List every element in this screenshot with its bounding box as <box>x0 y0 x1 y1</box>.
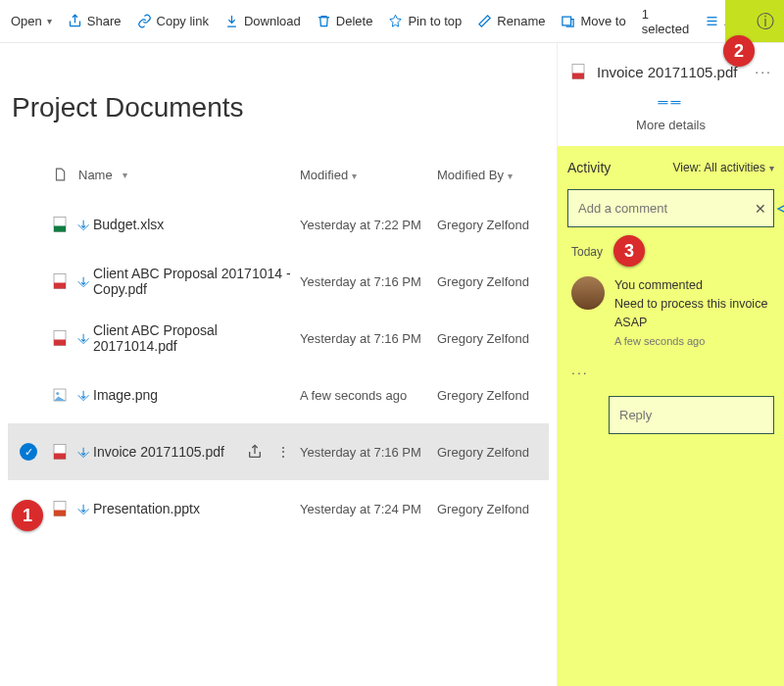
rename-button[interactable]: Rename <box>470 10 552 32</box>
row-more-button[interactable]: ⋮ <box>276 444 290 460</box>
file-name[interactable]: Presentation.pptx <box>93 501 200 516</box>
file-type-icon <box>45 270 74 292</box>
new-indicator-icon: ⇲ <box>75 387 91 403</box>
pdf-icon <box>569 61 587 82</box>
link-icon <box>137 14 152 28</box>
modified-column-header[interactable]: Modified▾ <box>300 168 437 182</box>
more-actions-button[interactable]: ··· <box>755 64 772 79</box>
selection-count: 1 selected <box>635 3 696 40</box>
copylink-button[interactable]: Copy link <box>130 10 216 32</box>
callout-1: 1 <box>12 500 43 531</box>
file-row[interactable]: ⇲Image.png⋮A few seconds agoGregory Zelf… <box>8 367 549 423</box>
file-modified: Yesterday at 7:16 PM <box>300 274 437 289</box>
svg-rect-17 <box>572 74 584 79</box>
open-label: Open <box>11 14 42 28</box>
file-modified: Yesterday at 7:22 PM <box>300 218 437 232</box>
file-row[interactable]: ⇲Client ABC Proposal 20171014.pdf⋮Yester… <box>8 310 549 367</box>
file-name[interactable]: Budget.xlsx <box>93 217 164 232</box>
selected-check-icon[interactable]: ✓ <box>20 443 37 461</box>
more-activity-button[interactable]: ··· <box>571 365 770 380</box>
modifiedby-column-header[interactable]: Modified By▾ <box>437 168 545 182</box>
new-indicator-icon: ⇲ <box>75 217 91 232</box>
svg-rect-9 <box>54 340 66 346</box>
file-row[interactable]: ⇲Client ABC Proposal 20171014 - Copy.pdf… <box>8 253 549 310</box>
comment-input[interactable] <box>576 200 745 217</box>
chevron-down-icon: ▾ <box>122 170 127 180</box>
file-row[interactable]: ⇲Budget.xlsx⋮Yesterday at 7:22 PMGregory… <box>8 196 549 253</box>
file-modified-by: Gregory Zelfond <box>437 445 545 460</box>
file-type-icon <box>45 384 74 406</box>
resize-handle[interactable]: ══ <box>558 90 784 114</box>
trash-icon <box>317 14 331 28</box>
new-indicator-icon: ⇲ <box>75 330 91 346</box>
chevron-down-icon: ▾ <box>47 16 52 26</box>
activity-text: Need to process this invoice ASAP <box>614 295 770 332</box>
activity-time: A few seconds ago <box>614 335 770 347</box>
download-button[interactable]: Download <box>218 10 308 32</box>
file-type-icon <box>45 441 74 463</box>
file-type-icon <box>45 498 74 519</box>
svg-rect-0 <box>563 17 571 25</box>
clear-comment-button[interactable]: ✕ <box>751 201 770 217</box>
delete-button[interactable]: Delete <box>310 10 380 32</box>
callout-3: 3 <box>613 235 645 267</box>
reply-input[interactable] <box>617 407 784 423</box>
chevron-down-icon: ▾ <box>769 163 774 173</box>
list-icon <box>705 14 719 28</box>
document-list-pane: Project Documents Name▾ Modified▾ Modifi… <box>0 43 557 686</box>
activity-view-filter[interactable]: View: All activities ▾ <box>673 161 774 174</box>
moveto-label: Move to <box>580 14 625 28</box>
svg-rect-13 <box>54 454 66 460</box>
pin-label: Pin to top <box>408 14 462 28</box>
copylink-label: Copy link <box>157 14 209 28</box>
chevron-down-icon: ▾ <box>508 171 513 181</box>
file-modified-by: Gregory Zelfond <box>437 218 545 232</box>
details-pane: Invoice 20171105.pdf ··· ══ More details… <box>557 43 784 686</box>
file-name[interactable]: Image.png <box>93 387 158 403</box>
delete-label: Delete <box>336 14 373 28</box>
file-type-icon <box>45 327 74 349</box>
open-button[interactable]: Open ▾ <box>4 10 59 32</box>
info-icon[interactable]: ⓘ <box>757 10 774 33</box>
moveto-icon <box>561 14 575 28</box>
command-bar: Open ▾ Share Copy link Download Delete P… <box>0 0 784 43</box>
share-label: Share <box>87 14 122 28</box>
rename-label: Rename <box>497 14 545 28</box>
file-row[interactable]: ✓⇲Invoice 20171105.pdf⋮Yesterday at 7:16… <box>8 423 549 480</box>
moveto-button[interactable]: Move to <box>554 10 632 32</box>
file-name[interactable]: Client ABC Proposal 20171014.pdf <box>93 322 300 354</box>
rename-icon <box>477 14 492 28</box>
activity-entry: You commented Need to process this invoi… <box>567 269 774 355</box>
new-indicator-icon: ⇲ <box>75 273 91 289</box>
file-modified-by: Gregory Zelfond <box>437 388 545 403</box>
activity-action: You commented <box>614 276 770 295</box>
pin-icon <box>388 14 403 28</box>
name-column-header[interactable]: Name▾ <box>74 168 300 182</box>
share-icon <box>68 14 82 28</box>
file-modified: Yesterday at 7:16 PM <box>300 331 437 346</box>
share-button[interactable]: Share <box>61 10 128 32</box>
new-indicator-icon: ⇲ <box>75 501 91 516</box>
send-comment-button[interactable] <box>776 201 784 217</box>
file-name[interactable]: Client ABC Proposal 20171014 - Copy.pdf <box>93 266 300 297</box>
file-modified: A few seconds ago <box>300 388 437 403</box>
activity-panel: Activity View: All activities ▾ ✕ Today … <box>558 146 784 686</box>
callout-2: 2 <box>723 35 755 67</box>
download-icon <box>224 14 239 28</box>
chevron-down-icon: ▾ <box>352 171 357 181</box>
share-row-button[interactable] <box>247 444 263 460</box>
column-headers: Name▾ Modified▾ Modified By▾ <box>8 153 549 196</box>
new-indicator-icon: ⇲ <box>75 444 91 460</box>
file-modified-by: Gregory Zelfond <box>437 274 545 289</box>
library-title: Project Documents <box>12 92 549 123</box>
filetype-column-header[interactable] <box>45 166 74 183</box>
download-label: Download <box>244 14 301 28</box>
file-name[interactable]: Invoice 20171105.pdf <box>93 444 224 460</box>
file-type-icon <box>45 214 74 235</box>
more-details-link[interactable]: More details <box>558 114 784 146</box>
pin-button[interactable]: Pin to top <box>381 10 468 32</box>
comment-input-box: ✕ <box>567 189 774 227</box>
file-row[interactable]: ⇲Presentation.pptx⋮Yesterday at 7:24 PMG… <box>8 480 549 537</box>
details-title: Invoice 20171105.pdf <box>597 64 745 80</box>
svg-rect-15 <box>54 511 66 516</box>
